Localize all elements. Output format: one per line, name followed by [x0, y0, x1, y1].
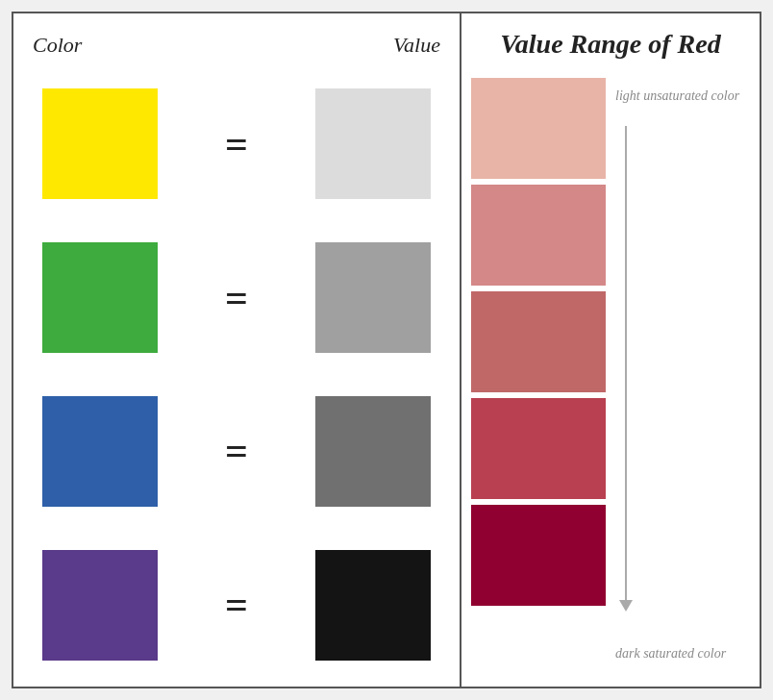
equals-sign: = [217, 124, 256, 164]
color-rows: ==== [33, 72, 440, 677]
arrow-head [619, 600, 633, 612]
value-swatch [315, 88, 431, 199]
range-content: light unsaturated color dark saturated c… [471, 78, 750, 672]
value-swatch [315, 396, 431, 507]
red-swatches-column [471, 78, 606, 672]
equals-sign: = [217, 431, 256, 471]
left-header: Color Value [33, 23, 440, 72]
left-panel: Color Value ==== [13, 13, 461, 687]
red-swatch [471, 505, 606, 606]
value-header-label: Value [393, 33, 440, 58]
color-swatch [42, 396, 158, 507]
color-swatch [42, 88, 158, 199]
red-swatch [471, 185, 606, 286]
equals-sign: = [217, 278, 256, 318]
red-swatch [471, 78, 606, 179]
right-panel: Value Range of Red light unsaturated col… [461, 13, 760, 687]
color-swatch [42, 550, 158, 661]
red-swatch [471, 398, 606, 499]
color-row: = [33, 546, 440, 664]
equals-sign: = [217, 585, 256, 625]
red-swatch [471, 291, 606, 392]
label-top: light unsaturated color [615, 88, 739, 105]
right-title: Value Range of Red [500, 28, 720, 61]
color-swatch [42, 242, 158, 353]
color-row: = [33, 85, 440, 203]
color-header-label: Color [33, 33, 82, 58]
arrow-labels-column: light unsaturated color dark saturated c… [606, 78, 750, 672]
arrow-line [625, 126, 627, 610]
value-swatch [315, 550, 431, 661]
label-bottom: dark saturated color [615, 645, 726, 662]
color-row: = [33, 392, 440, 511]
color-row: = [33, 238, 440, 357]
main-container: Color Value ==== Value Range of Red ligh… [12, 12, 761, 688]
value-swatch [315, 242, 431, 353]
